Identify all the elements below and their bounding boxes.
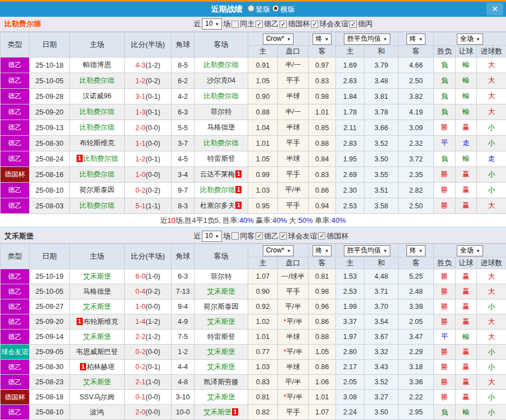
odds-home: 0.77 <box>248 345 278 360</box>
fulltime-score: 6-0 <box>135 273 145 280</box>
avg-away: 2.05 <box>399 314 434 330</box>
match-row: 德乙25-08-23艾禾斯堡2-1(1-0)4-8凯泽斯劳滕0.83平/半1.0… <box>1 375 506 390</box>
away-team: 比勒费尔德 <box>195 136 248 151</box>
avg-home: 2.24 <box>336 405 365 420</box>
league-checkbox[interactable]: ✓ <box>349 21 357 28</box>
avg-away: 2.22 <box>399 390 434 405</box>
scope-select[interactable]: 全场▼ <box>457 34 483 45</box>
same-venue-checkbox[interactable] <box>231 232 239 240</box>
corners: 6-3 <box>172 104 195 120</box>
same-venue-checkbox[interactable] <box>231 21 239 28</box>
column-subheader: 盘口 <box>278 46 309 58</box>
avg-away: 3.39 <box>399 299 434 314</box>
avg-source-select[interactable]: 胜平负均值▼ <box>344 34 390 45</box>
halftime-score: (0-2) <box>145 77 160 85</box>
result-outcome: 勝 <box>434 269 456 284</box>
league-checkbox[interactable]: ✓ <box>311 21 318 28</box>
odds-home: 0.88 <box>248 104 278 120</box>
odds-source-select[interactable]: Crow*▼ <box>263 34 294 45</box>
avg-away: 2.82 <box>399 183 434 198</box>
away-team: 云达不莱梅1 <box>195 167 248 183</box>
away-team: 特雷斯登 <box>195 330 248 345</box>
result-outcome: 負 <box>434 104 456 120</box>
fulltime-score: 2-0 <box>135 408 145 416</box>
match-row: 德乙25-09-14艾禾斯堡2-2(1-2)7-5特雷斯登1.01半球0.881… <box>1 330 506 345</box>
avg-home: 2.11 <box>336 120 365 136</box>
odds-source-select[interactable]: Crow*▼ <box>263 245 294 256</box>
team-label: 艾禾斯堡 <box>207 288 235 295</box>
dropdown-cell: 终▼ <box>309 244 336 257</box>
halftime-score: (0-0) <box>145 140 160 147</box>
match-score: 0-4(0-2) <box>125 284 172 299</box>
home-team: 艾禾斯堡 <box>70 375 125 390</box>
match-count-select[interactable]: 10▼ <box>202 18 222 30</box>
avg-draw: 3.70 <box>365 299 399 314</box>
corners: 4-5 <box>172 151 195 167</box>
team-section: 艾禾斯堡近10▼场同客✓德乙✓球会友谊✓德国杯类型日期主场比分(半场)角球客场C… <box>0 229 506 420</box>
halftime-score: (1-2) <box>145 61 160 69</box>
column-header: 角球 <box>172 244 195 269</box>
team-label: 荷尔斯泰因 <box>204 303 239 311</box>
header-row: 类型日期主场比分(半场)角球客场Crow*▼终▼胜平负均值▼终▼全场▼ <box>1 244 506 257</box>
avg-time-select[interactable]: 终▼ <box>406 34 426 45</box>
league-checkbox[interactable]: ✓ <box>256 232 263 240</box>
corners: 3-4 <box>172 167 195 183</box>
league-checkbox[interactable]: ✓ <box>256 21 263 28</box>
avg-source-select[interactable]: 胜平负均值▼ <box>344 245 390 256</box>
match-score: 5-1(1-1) <box>125 198 172 214</box>
dropdown-arrow-icon: ▼ <box>419 37 423 42</box>
league-checkbox[interactable]: ✓ <box>318 232 325 240</box>
avg-time-select[interactable]: 终▼ <box>406 245 426 256</box>
halftime-score: (0-1) <box>145 155 160 163</box>
odds-time-select[interactable]: 终▼ <box>313 34 332 45</box>
layout-radio-selected[interactable] <box>272 5 279 12</box>
odds-time-select[interactable]: 终▼ <box>313 245 332 256</box>
result-outcome: 勝 <box>434 183 456 198</box>
dropdown-arrow-icon: ▼ <box>383 249 387 254</box>
avg-home: 2.69 <box>336 167 365 183</box>
close-button[interactable]: ✕ <box>486 3 503 16</box>
odds-handicap: 平手 <box>278 73 309 89</box>
match-date: 25-08-03 <box>30 198 70 214</box>
result-outcome: 勝 <box>434 284 456 299</box>
odds-home: 1.05 <box>248 73 278 89</box>
team-label: 艾禾斯堡 <box>207 363 235 371</box>
column-subheader: 进球数 <box>477 46 506 58</box>
avg-home: 2.83 <box>336 136 365 151</box>
halftime-score: (0-0) <box>145 393 160 401</box>
home-team: 1柏林赫塔 <box>70 360 125 375</box>
match-count-select[interactable]: 10▼ <box>202 231 222 242</box>
corners: 3-7 <box>172 136 195 151</box>
avg-home: 2.05 <box>336 375 365 390</box>
avg-away: 3.09 <box>399 120 434 136</box>
match-row: 德乙25-09-201布轮斯维克1-4(1-2)4-9艾禾斯堡1.02*平/半0… <box>1 314 506 330</box>
team-label: 比勒费尔德 <box>79 123 115 131</box>
result-handicap: 赢 <box>456 299 477 314</box>
match-date: 25-09-05 <box>30 345 70 360</box>
halftime-score: (0-2) <box>145 187 160 194</box>
result-handicap: 赢 <box>456 345 477 360</box>
result-goals: 大 <box>477 58 506 73</box>
odds-home: 0.90 <box>248 284 278 299</box>
team-label: 艾禾斯堡 <box>207 318 235 326</box>
match-row: 德乙25-09-28汉诺威963-1(0-1)4-2比勒费尔德0.90半球0.9… <box>1 89 506 104</box>
result-goals: 大 <box>477 104 506 120</box>
layout-radio[interactable] <box>248 5 254 12</box>
match-score: 2-0(0-0) <box>125 120 172 136</box>
result-handicap: 赢 <box>456 269 477 284</box>
corners: 4-4 <box>172 360 195 375</box>
league-checkbox[interactable]: ✓ <box>280 232 287 240</box>
league-type: 德乙 <box>1 58 30 73</box>
match-date: 25-09-28 <box>30 89 70 104</box>
same-venue-label: 同主 <box>240 19 254 29</box>
league-type: 德乙 <box>1 314 30 330</box>
dropdown-arrow-icon: ▼ <box>215 22 219 27</box>
odds-home: 1.01 <box>248 136 278 151</box>
result-goals: 小 <box>477 299 506 314</box>
away-team: 艾禾斯堡 <box>195 345 248 360</box>
result-outcome: 負 <box>434 405 456 420</box>
avg-away: 3.72 <box>399 151 434 167</box>
scope-select[interactable]: 全场▼ <box>457 245 483 256</box>
avg-draw: 4.48 <box>365 269 399 284</box>
league-checkbox[interactable]: ✓ <box>280 21 287 28</box>
